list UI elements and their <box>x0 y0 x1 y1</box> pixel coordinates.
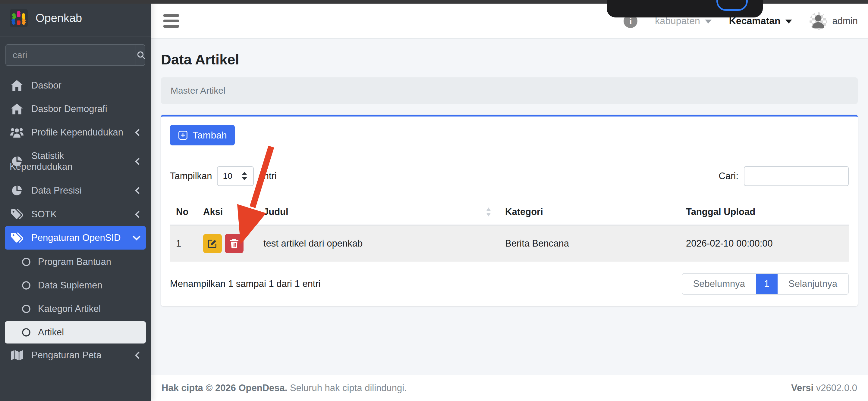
sidebar-item-profile-kependudukan[interactable]: Profile Kependudukan <box>5 121 146 144</box>
main-area: i kabupaten Kecamatan admin Data Ar <box>151 0 868 401</box>
sidebar-item-dasbor-demografi[interactable]: Dasbor Demografi <box>5 97 146 121</box>
cell-kategori: Berita Bencana <box>499 225 680 262</box>
user-menu[interactable]: admin <box>809 12 858 30</box>
add-button-label: Tambah <box>193 130 227 141</box>
add-button[interactable]: Tambah <box>170 125 235 145</box>
circle-icon <box>22 281 31 290</box>
sidebar-item-label: Pengaturan Peta <box>10 350 101 361</box>
column-header-no[interactable]: No <box>170 199 197 225</box>
sidebar-item-label: Program Bantuan <box>38 257 111 267</box>
sidebar-item-statistik-kependudukan[interactable]: Statistik Kependudukan <box>5 144 146 178</box>
chevron-left-icon <box>134 186 141 195</box>
table-footer: Menampilkan 1 sampai 1 dari 1 entri Sebe… <box>170 273 849 297</box>
pagination-previous[interactable]: Sebelumnya <box>682 274 756 294</box>
sidebar-item-pengaturan-opensid[interactable]: Pengaturan OpenSID <box>5 226 146 249</box>
sidebar-item-label: Artikel <box>38 327 64 338</box>
sidebar: Openkab Dasbor Dasbor Demografi <box>0 0 151 401</box>
sidebar-item-data-suplemen[interactable]: Data Suplemen <box>5 274 146 297</box>
hamburger-menu-icon[interactable] <box>161 12 181 30</box>
sidebar-search-input[interactable] <box>6 45 135 65</box>
sidebar-item-artikel[interactable]: Artikel <box>5 321 146 343</box>
pagination: Sebelumnya 1 Selanjutnya <box>682 273 849 295</box>
sort-icon <box>486 207 491 216</box>
table-header-row: No Aksi Judul Kategori Tanggal Upload <box>170 199 849 225</box>
chevron-down-icon <box>132 234 141 241</box>
sidebar-item-label: Dasbor Demografi <box>10 104 107 114</box>
sidebar-item-data-presisi[interactable]: Data Presisi <box>5 178 146 203</box>
person-icon <box>809 12 827 30</box>
avatar <box>809 12 827 30</box>
sidebar-item-kategori-artikel[interactable]: Kategori Artikel <box>5 298 146 320</box>
brand-title: Openkab <box>36 12 82 25</box>
sidebar-item-pengaturan-peta[interactable]: Pengaturan Peta <box>5 343 146 367</box>
table-info-text: Menampilkan 1 sampai 1 dari 1 entri <box>170 278 321 289</box>
sidebar-item-program-bantuan[interactable]: Program Bantuan <box>5 251 146 273</box>
system-notification-bubble <box>607 0 763 18</box>
search-icon <box>136 50 145 60</box>
cell-tanggal: 2026-02-10 00:00:00 <box>680 225 849 262</box>
sidebar-item-sotk[interactable]: SOTK <box>5 203 146 226</box>
table-search-label: Cari: <box>719 171 738 181</box>
sidebar-item-label: SOTK <box>10 209 57 220</box>
circle-icon <box>22 328 31 337</box>
caret-down-icon <box>705 20 712 24</box>
copyright-rest: Seluruh hak cipta dilindungi. <box>290 382 407 393</box>
select-arrows-icon <box>241 172 248 180</box>
card-body: Tampilkan 10 entri Cari: <box>161 154 858 306</box>
pagination-next[interactable]: Selanjutnya <box>778 274 848 294</box>
trash-icon <box>229 238 239 249</box>
table-search-input[interactable] <box>744 166 849 186</box>
edit-button[interactable] <box>203 234 222 253</box>
page-length-select[interactable]: 10 <box>217 166 254 186</box>
sidebar-item-label: Data Suplemen <box>38 280 102 291</box>
caret-down-icon <box>785 20 792 24</box>
delete-button[interactable] <box>225 234 244 253</box>
sidebar-item-dasbor[interactable]: Dasbor <box>5 74 146 97</box>
chevron-left-icon <box>134 351 141 360</box>
column-header-judul-label: Judul <box>264 206 288 217</box>
brand-link[interactable]: Openkab <box>0 0 151 36</box>
column-header-kategori[interactable]: Kategori <box>499 199 680 225</box>
page-length-value: 10 <box>223 171 232 181</box>
version-value: v2602.0.0 <box>816 382 857 393</box>
column-header-tanggal[interactable]: Tanggal Upload <box>680 199 849 225</box>
chevron-left-icon <box>134 128 141 137</box>
table-row: 1 <box>170 225 849 262</box>
openkab-logo-icon <box>10 9 28 27</box>
chevron-left-icon <box>134 210 141 219</box>
copyright-strong: Hak cipta © 2026 OpenDesa. <box>161 382 287 393</box>
page-content: Data Artikel Master Artikel Tambah Tampi… <box>151 38 868 375</box>
sidebar-item-label: Kategori Artikel <box>38 303 101 314</box>
sidebar-item-label: Dasbor <box>10 80 61 91</box>
column-header-aksi[interactable]: Aksi <box>197 199 257 225</box>
data-card: Tambah Tampilkan 10 entri Cari: <box>161 115 858 306</box>
sidebar-search-button[interactable] <box>135 45 145 65</box>
sidebar-item-label: Profile Kependudukan <box>10 127 123 138</box>
pagination-page-1[interactable]: 1 <box>756 274 778 294</box>
sidebar-item-label: Statistik Kependudukan <box>10 151 127 172</box>
plus-square-icon <box>178 130 188 140</box>
edit-pencil-icon <box>207 238 218 249</box>
footer: Hak cipta © 2026 OpenDesa. Seluruh hak c… <box>151 375 868 401</box>
page-title: Data Artikel <box>161 51 858 68</box>
sidebar-item-label: Data Presisi <box>10 185 82 196</box>
length-label-before: Tampilkan <box>170 171 212 181</box>
chevron-left-icon <box>134 157 141 166</box>
sidebar-nav: Dasbor Dasbor Demografi Profile Kependud… <box>0 70 151 401</box>
column-header-judul[interactable]: Judul <box>257 199 499 225</box>
version-label: Versi <box>791 382 813 393</box>
cell-aksi <box>197 225 257 262</box>
app-window: Openkab Dasbor Dasbor Demografi <box>0 0 868 401</box>
circle-icon <box>22 257 31 266</box>
length-label-after: entri <box>258 171 277 181</box>
sidebar-search <box>5 44 145 66</box>
card-header: Tambah <box>161 116 858 154</box>
cell-no: 1 <box>170 225 197 262</box>
username-label: admin <box>832 15 858 27</box>
sidebar-item-label: Pengaturan OpenSID <box>10 232 121 243</box>
copyright-text: Hak cipta © 2026 OpenDesa. Seluruh hak c… <box>161 382 407 394</box>
articles-table: No Aksi Judul Kategori Tanggal Upload <box>170 199 849 262</box>
bubble-action-button[interactable] <box>716 0 748 11</box>
breadcrumb: Master Artikel <box>161 77 858 104</box>
version-text: Versi v2602.0.0 <box>791 382 857 394</box>
